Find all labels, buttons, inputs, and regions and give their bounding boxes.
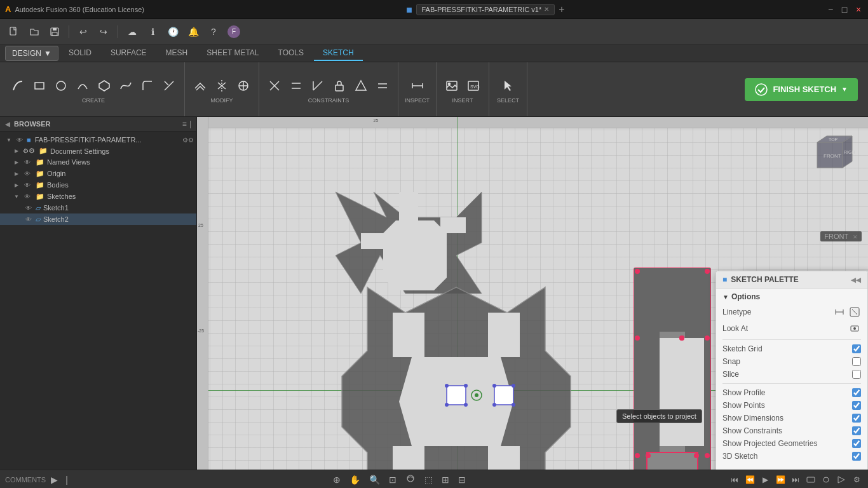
root-settings-icon[interactable]: ⚙ bbox=[182, 137, 194, 144]
named-views-toggle[interactable] bbox=[13, 158, 20, 166]
tab-sheet-metal[interactable]: SHEET METAL bbox=[198, 46, 268, 61]
named-views-eye[interactable] bbox=[23, 158, 32, 166]
mirror-tool-btn[interactable] bbox=[212, 76, 232, 96]
help-btn[interactable]: ? bbox=[205, 23, 222, 41]
comments-pin-btn[interactable]: | bbox=[63, 473, 71, 486]
trim-tool-btn[interactable] bbox=[159, 76, 179, 96]
linetype-btn2[interactable] bbox=[848, 306, 861, 318]
browser-item-document-settings[interactable]: ⚙ 📁 Document Settings bbox=[0, 146, 196, 156]
browser-item-named-views[interactable]: 📁 Named Views bbox=[0, 156, 196, 168]
polygon-tool-btn[interactable] bbox=[94, 76, 114, 96]
insert-image-btn[interactable] bbox=[442, 76, 462, 96]
show-projected-checkbox[interactable] bbox=[852, 439, 861, 448]
look-at-btn[interactable] bbox=[848, 322, 861, 335]
insert-svg-btn[interactable]: SVG bbox=[463, 76, 484, 96]
triangle-btn[interactable] bbox=[351, 76, 371, 96]
origin-eye[interactable] bbox=[23, 169, 32, 178]
active-tab[interactable]: FAB-PRESSFITKIT-PARAMETRIC v1* ✕ bbox=[416, 4, 555, 15]
palette-collapse-btn[interactable]: ◀◀ bbox=[851, 276, 861, 283]
browser-item-sketches[interactable]: 📁 Sketches bbox=[0, 191, 196, 202]
sketch1-eye[interactable] bbox=[24, 203, 33, 212]
timeline-start-btn[interactable]: ⏮ bbox=[728, 473, 741, 486]
bodies-toggle[interactable] bbox=[13, 181, 20, 189]
canvas-area[interactable]: 25 -25 25 bbox=[197, 117, 868, 470]
pan-btn[interactable]: ✋ bbox=[347, 473, 363, 486]
select-btn[interactable] bbox=[498, 76, 519, 96]
timeline-mode-btn3[interactable] bbox=[835, 473, 848, 486]
timeline-next-btn[interactable]: ⏩ bbox=[774, 473, 787, 486]
comments-expand-btn[interactable]: ▶ bbox=[48, 473, 60, 486]
zoom-btn[interactable]: 🔍 bbox=[367, 473, 383, 486]
browser-item-origin[interactable]: 📁 Origin bbox=[0, 168, 196, 179]
rectangle-tool-btn[interactable] bbox=[29, 76, 50, 96]
open-btn[interactable] bbox=[25, 23, 43, 41]
maximize-btn[interactable]: □ bbox=[840, 5, 849, 14]
line-tool-btn[interactable] bbox=[8, 76, 28, 96]
doc-settings-toggle[interactable] bbox=[13, 147, 20, 155]
view-settings-btn[interactable]: ⊟ bbox=[456, 473, 468, 486]
browser-item-bodies[interactable]: 📁 Bodies bbox=[0, 179, 196, 191]
new-file-btn[interactable] bbox=[5, 23, 23, 41]
linetype-btn1[interactable] bbox=[833, 306, 846, 318]
redo-btn[interactable]: ↪ bbox=[95, 23, 112, 41]
circular-pattern-btn[interactable] bbox=[233, 76, 254, 96]
tab-solid[interactable]: SOLID bbox=[60, 46, 100, 61]
arc-tool-btn[interactable] bbox=[72, 76, 93, 96]
browser-pin-btn[interactable]: | bbox=[189, 119, 191, 128]
sketches-toggle[interactable] bbox=[13, 193, 20, 200]
browser-root-item[interactable]: ■ FAB-PRESSFITKIT-PARAMETR... ⚙ bbox=[0, 134, 196, 146]
origin-toggle[interactable] bbox=[13, 170, 20, 177]
equal-btn[interactable] bbox=[372, 76, 393, 96]
minimize-btn[interactable]: − bbox=[826, 5, 835, 14]
timeline-end-btn[interactable]: ⏭ bbox=[789, 473, 802, 486]
bodies-eye[interactable] bbox=[23, 180, 32, 189]
browser-item-sketch1[interactable]: ▱ Sketch1 bbox=[0, 202, 196, 214]
timeline-prev-btn[interactable]: ⏪ bbox=[743, 473, 756, 486]
options-arrow[interactable]: ▼ bbox=[722, 294, 729, 301]
browser-expand-btn[interactable]: ≡ bbox=[182, 119, 187, 128]
fit-btn[interactable]: ⊡ bbox=[386, 473, 399, 486]
perpendicular-btn[interactable] bbox=[308, 76, 328, 96]
sketch-grid-checkbox[interactable] bbox=[852, 344, 861, 353]
info-btn[interactable]: ℹ bbox=[144, 23, 161, 41]
parallel-btn[interactable] bbox=[286, 76, 306, 96]
bell-btn[interactable]: 🔔 bbox=[184, 23, 202, 41]
tab-tools[interactable]: TOOLS bbox=[269, 46, 313, 61]
settings-btn[interactable]: ⚙ bbox=[850, 473, 863, 486]
tab-close-btn[interactable]: ✕ bbox=[544, 6, 549, 13]
snap-checkbox[interactable] bbox=[852, 357, 861, 366]
root-eye-icon[interactable] bbox=[15, 135, 24, 144]
coincident-btn[interactable] bbox=[264, 76, 285, 96]
measure-btn[interactable] bbox=[407, 76, 428, 96]
display-mode-btn[interactable]: ⬚ bbox=[422, 473, 435, 486]
clock-btn[interactable]: 🕐 bbox=[164, 23, 182, 41]
circle-tool-btn[interactable] bbox=[51, 76, 71, 96]
offset-tool-btn[interactable] bbox=[190, 76, 210, 96]
fillet-tool-btn[interactable] bbox=[137, 76, 158, 96]
show-profile-checkbox[interactable] bbox=[852, 388, 861, 397]
timeline-mode-btn1[interactable] bbox=[804, 473, 817, 486]
spline-tool-btn[interactable] bbox=[116, 76, 136, 96]
design-dropdown-btn[interactable]: DESIGN ▼ bbox=[5, 46, 58, 61]
lock-btn[interactable] bbox=[329, 76, 349, 96]
cloud-btn[interactable]: ☁ bbox=[123, 23, 141, 41]
show-constraints-checkbox[interactable] bbox=[852, 426, 861, 435]
undo-btn[interactable]: ↩ bbox=[74, 23, 92, 41]
3d-sketch-checkbox[interactable] bbox=[852, 452, 861, 461]
sketch2-eye[interactable] bbox=[24, 215, 33, 224]
slice-checkbox[interactable] bbox=[852, 370, 861, 379]
tab-sketch[interactable]: SKETCH bbox=[314, 46, 363, 61]
sketches-eye[interactable] bbox=[23, 192, 32, 201]
tab-mesh[interactable]: MESH bbox=[157, 46, 197, 61]
timeline-mode-btn2[interactable] bbox=[820, 473, 832, 486]
root-toggle-icon[interactable] bbox=[5, 136, 13, 144]
grid-btn[interactable]: ⊞ bbox=[439, 473, 452, 486]
view-cube[interactable]: FRONT RIGHT TOP bbox=[804, 130, 855, 180]
new-tab-btn[interactable]: + bbox=[559, 4, 564, 15]
show-dimensions-checkbox[interactable] bbox=[852, 414, 861, 423]
show-points-checkbox[interactable] bbox=[852, 401, 861, 410]
profile-btn[interactable]: F bbox=[225, 23, 243, 41]
navigate-btn[interactable]: ⊕ bbox=[330, 473, 343, 486]
tab-surface[interactable]: SURFACE bbox=[102, 46, 156, 61]
browser-item-sketch2[interactable]: ▱ Sketch2 bbox=[0, 214, 196, 225]
